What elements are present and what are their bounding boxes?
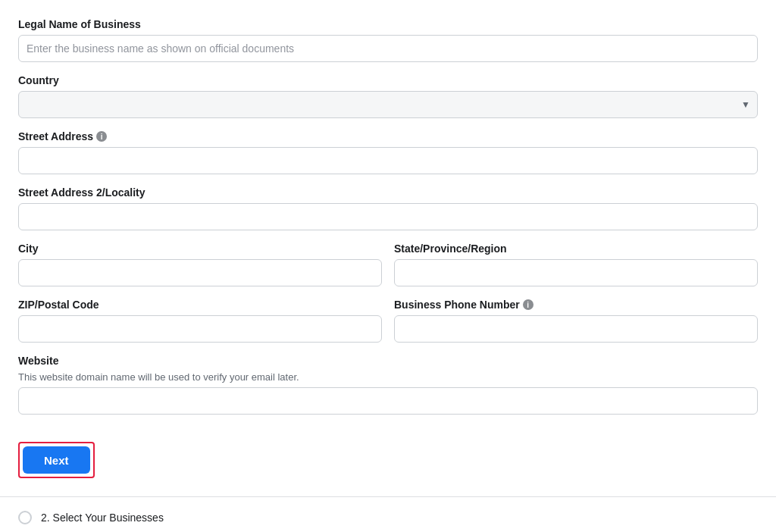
- street-address-label: Street Address: [18, 130, 93, 142]
- step-2-label: 2. Select Your Businesses: [41, 512, 164, 524]
- country-group: Country ▼: [18, 74, 758, 118]
- city-group: City: [18, 243, 382, 286]
- website-hint: This website domain name will be used to…: [18, 371, 758, 383]
- city-label: City: [18, 243, 382, 255]
- phone-label-wrapper: Business Phone Number i: [394, 299, 758, 311]
- country-label: Country: [18, 74, 758, 86]
- street-address2-label: Street Address 2/Locality: [18, 186, 758, 199]
- step-2-radio: [18, 511, 32, 524]
- step-2-item[interactable]: 2. Select Your Businesses: [0, 497, 776, 532]
- zip-group: ZIP/Postal Code: [18, 299, 382, 343]
- country-select-wrapper: ▼: [18, 91, 758, 118]
- phone-info-icon[interactable]: i: [523, 299, 534, 310]
- form-section: Legal Name of Business Country ▼ Street …: [0, 0, 776, 497]
- legal-name-input[interactable]: [18, 35, 758, 62]
- website-input[interactable]: [18, 387, 758, 415]
- country-select[interactable]: [18, 91, 758, 118]
- website-label: Website: [18, 355, 758, 367]
- zip-phone-row: ZIP/Postal Code Business Phone Number i: [18, 299, 758, 355]
- legal-name-label: Legal Name of Business: [18, 18, 758, 30]
- phone-group: Business Phone Number i: [394, 299, 758, 343]
- city-input[interactable]: [18, 259, 382, 286]
- street-address-input[interactable]: [18, 147, 758, 174]
- website-group: Website This website domain name will be…: [18, 355, 758, 415]
- street-address2-input[interactable]: [18, 203, 758, 230]
- step-2-section: 2. Select Your Businesses: [0, 497, 776, 532]
- state-label: State/Province/Region: [394, 243, 758, 255]
- next-button[interactable]: Next: [23, 446, 90, 474]
- page-wrapper: Legal Name of Business Country ▼ Street …: [0, 0, 776, 532]
- street-address-label-wrapper: Street Address i: [18, 130, 758, 142]
- zip-input[interactable]: [18, 315, 382, 343]
- street-address-info-icon[interactable]: i: [96, 131, 107, 142]
- phone-input[interactable]: [394, 315, 758, 343]
- street-address-group: Street Address i: [18, 130, 758, 174]
- phone-label: Business Phone Number: [394, 299, 520, 311]
- next-button-highlight: Next: [18, 442, 95, 478]
- state-input[interactable]: [394, 259, 758, 286]
- street-address2-group: Street Address 2/Locality: [18, 186, 758, 230]
- zip-label: ZIP/Postal Code: [18, 299, 382, 311]
- legal-name-group: Legal Name of Business: [18, 18, 758, 62]
- city-state-row: City State/Province/Region: [18, 243, 758, 299]
- state-group: State/Province/Region: [394, 243, 758, 286]
